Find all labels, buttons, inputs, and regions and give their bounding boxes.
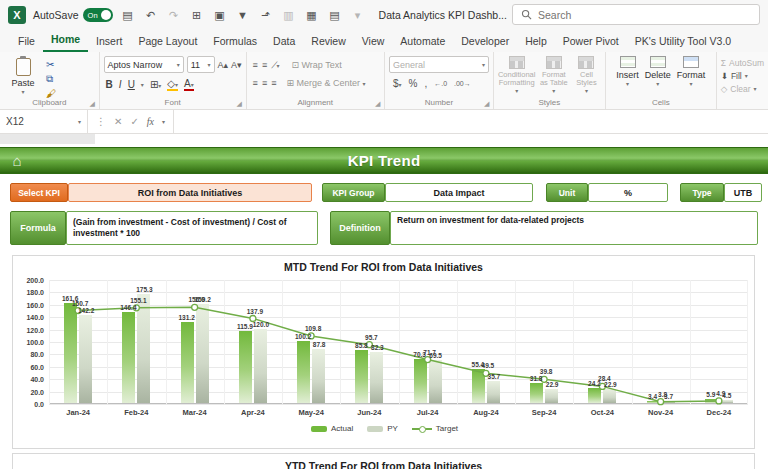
tab-power-pivot[interactable]: Power Pivot <box>555 31 627 52</box>
copy-button[interactable]: ⧉ <box>46 73 56 85</box>
cell-styles-icon <box>578 56 594 69</box>
chevron-down-icon: ▾ <box>690 80 693 87</box>
y-axis-tick-label: 160.0 <box>13 301 44 308</box>
tab-review[interactable]: Review <box>303 31 353 52</box>
format-cells-button[interactable]: Format ▾ <box>677 56 706 95</box>
increase-decimal-button[interactable]: ←.0 <box>434 80 447 87</box>
comma-button[interactable]: , <box>424 78 427 89</box>
wrap-text-icon: ⊡ <box>291 60 299 70</box>
clear-button[interactable]: ◇ Clear ▾ <box>721 82 764 95</box>
more-icon[interactable]: ⋮ <box>96 116 106 127</box>
tab-automate[interactable]: Automate <box>392 31 453 52</box>
row-height-icon[interactable]: ▤ <box>327 7 343 23</box>
share-icon[interactable]: ⬏ <box>258 7 274 23</box>
align-left-button[interactable]: ≡ <box>253 78 257 88</box>
tab-file[interactable]: File <box>10 31 43 52</box>
fill-color-button[interactable]: ◇▾ <box>167 78 178 91</box>
currency-button[interactable]: $▾ <box>393 78 402 89</box>
wrap-text-button[interactable]: ⊡ Wrap Text <box>291 60 341 70</box>
legend-item-py[interactable]: PY <box>367 424 398 433</box>
italic-button[interactable]: I <box>119 79 122 90</box>
autosave-toggle[interactable]: On <box>83 8 113 22</box>
tab-page-layout[interactable]: Page Layout <box>130 31 205 52</box>
align-right-button[interactable]: ≡ <box>271 78 275 88</box>
select-kpi-dropdown[interactable]: ROI from Data Initiatives <box>68 183 312 202</box>
home-icon[interactable]: ⌂ <box>7 151 27 171</box>
paste-button[interactable]: Paste ▾ <box>4 56 42 95</box>
search-input[interactable]: Search <box>512 4 760 25</box>
delete-cells-button[interactable]: Delete ▾ <box>645 56 671 95</box>
tab-developer[interactable]: Developer <box>453 31 517 52</box>
conditional-formatting-button[interactable]: Conditional Formatting ▾ <box>498 56 536 95</box>
number-format-combo[interactable]: General ▾ <box>389 56 489 73</box>
insert-function-button[interactable]: fx <box>147 116 154 127</box>
mtd-chart[interactable]: MTD Trend For ROI from Data Initiatives … <box>12 255 755 449</box>
tab-formulas[interactable]: Formulas <box>205 31 265 52</box>
dialog-launcher-icon[interactable]: ◢ <box>237 100 244 107</box>
document-title[interactable]: Data Analytics KPI Dashb... <box>379 9 507 21</box>
freeze-panes-icon[interactable]: ▥ <box>281 7 297 23</box>
chevron-down-icon: ▾ <box>754 85 757 92</box>
number-format-value: General <box>393 60 425 70</box>
bold-button[interactable]: B <box>106 79 113 90</box>
fill-down-icon: ⬇ <box>721 71 728 81</box>
decrease-decimal-button[interactable]: .00→ <box>454 80 471 87</box>
autosave-control[interactable]: AutoSave On <box>33 8 113 22</box>
cancel-icon[interactable]: ✕ <box>114 116 122 127</box>
data-label: 95.7 <box>365 334 378 341</box>
tab-help[interactable]: Help <box>517 31 555 52</box>
chevron-down-icon: ▾ <box>656 80 659 87</box>
tab-pk-s-utility-tool-v3-0[interactable]: PK's Utility Tool V3.0 <box>627 31 739 52</box>
shrink-font-button[interactable]: A▾ <box>231 60 242 70</box>
percent-button[interactable]: % <box>409 78 418 89</box>
top-align-button[interactable]: ≡ <box>253 60 257 70</box>
worksheet: ⌂ KPI Trend Select KPI ROI from Data Ini… <box>0 147 768 469</box>
type-value: UTB <box>724 183 762 202</box>
autosum-button[interactable]: Σ AutoSum <box>721 56 764 69</box>
grow-font-button[interactable]: A▴ <box>218 60 229 70</box>
tab-data[interactable]: Data <box>265 31 303 52</box>
middle-align-button[interactable]: ≡ <box>262 60 266 70</box>
dialog-launcher-icon[interactable]: ◢ <box>90 100 97 107</box>
font-size-combo[interactable]: 11 ▾ <box>187 56 215 73</box>
definition-label: Definition <box>330 211 390 245</box>
cut-button[interactable]: ✂ <box>46 59 56 70</box>
legend-item-actual[interactable]: Actual <box>311 424 353 433</box>
dialog-launcher-icon[interactable]: ◢ <box>484 100 491 107</box>
dialog-launcher-icon[interactable]: ◢ <box>375 100 382 107</box>
filter-icon[interactable]: ▼ <box>235 7 251 23</box>
fill-button[interactable]: ⬇ Fill ▾ <box>721 69 764 82</box>
save-icon[interactable]: ▤ <box>120 7 136 23</box>
format-as-table-button[interactable]: Format as Table ▾ <box>539 56 568 95</box>
underline-button[interactable]: U <box>128 79 135 90</box>
font-name-combo[interactable]: Aptos Narrow ▾ <box>104 56 184 73</box>
ytd-chart[interactable]: YTD Trend For ROI from Data Initiatives <box>12 453 755 469</box>
font-color-button[interactable]: A▾ <box>184 78 194 91</box>
borders-button[interactable]: ⊞▾ <box>150 79 161 90</box>
tab-insert[interactable]: Insert <box>88 31 130 52</box>
center-button[interactable]: ≡ <box>262 78 266 88</box>
target-line[interactable] <box>49 280 748 404</box>
cell-styles-button[interactable]: Cell Styles ▾ <box>572 56 601 95</box>
table-style-icon[interactable]: ▦ <box>304 7 320 23</box>
data-label: 137.9 <box>247 308 263 315</box>
y-axis-tick-label: 0.0 <box>13 401 44 408</box>
merge-center-button[interactable]: ⊞ Merge & Center ▾ <box>286 78 365 88</box>
legend-item-target[interactable]: Target <box>412 424 458 433</box>
borders-icon[interactable]: ⊞ <box>189 7 205 23</box>
tab-home[interactable]: Home <box>43 29 88 52</box>
enter-icon[interactable]: ✓ <box>130 116 138 127</box>
redo-icon[interactable]: ↷ <box>166 7 182 23</box>
x-axis-label: Oct-24 <box>591 408 614 417</box>
orientation-button[interactable]: ⟋▾ <box>271 60 278 71</box>
undo-icon[interactable]: ↶ <box>143 7 159 23</box>
conditional-formatting-label: Conditional Formatting <box>498 71 536 88</box>
toolbar-options-chevron-icon[interactable]: ▾ <box>350 7 366 23</box>
type-label: Type <box>680 183 724 202</box>
name-box[interactable]: X12 ▾ <box>0 110 88 133</box>
tab-view[interactable]: View <box>354 31 393 52</box>
chart-legend[interactable]: ActualPYTarget <box>13 424 756 433</box>
formula-input[interactable] <box>174 110 768 133</box>
image-icon[interactable]: ▣ <box>212 7 228 23</box>
insert-cells-button[interactable]: Insert ▾ <box>616 56 639 95</box>
